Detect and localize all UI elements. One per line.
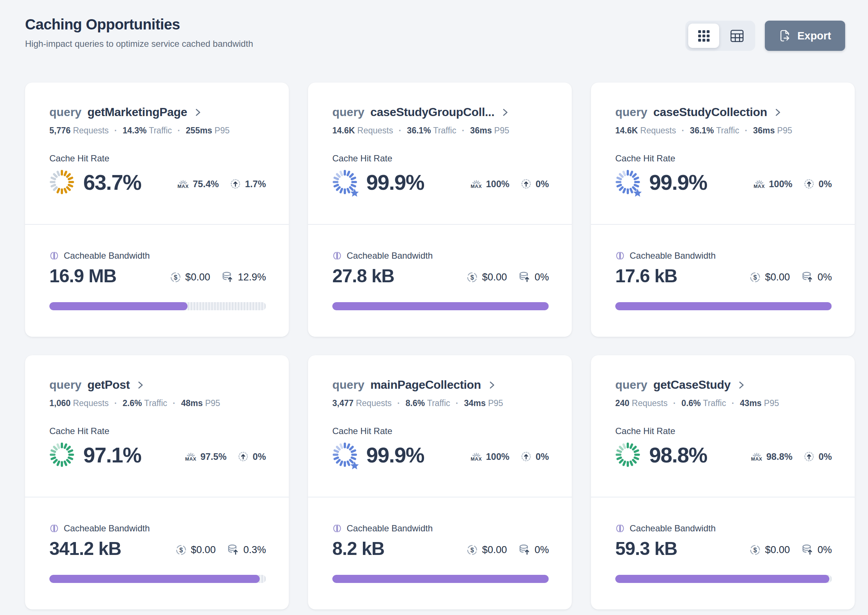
max-hit-rate-metric: MAX 98.8% bbox=[751, 451, 792, 462]
card-bandwidth-section: Cacheable Bandwidth 8.2 kB $ $0.00 bbox=[308, 498, 572, 609]
query-keyword: query bbox=[332, 105, 365, 119]
requests-label: Requests bbox=[73, 398, 109, 408]
table-view-button[interactable] bbox=[722, 23, 752, 48]
grid-view-button[interactable] bbox=[688, 23, 719, 48]
cache-hit-rate-label: Cache Hit Rate bbox=[49, 153, 266, 164]
traffic-value: 2.6% bbox=[123, 398, 142, 408]
chevron-right-icon[interactable] bbox=[193, 107, 203, 118]
header-controls: Export bbox=[685, 20, 845, 51]
p95-value: 255ms bbox=[186, 126, 212, 135]
database-up-icon bbox=[802, 271, 813, 283]
query-title-link[interactable]: query caseStudyGroupColl... bbox=[332, 105, 549, 119]
export-button[interactable]: Export bbox=[765, 20, 845, 51]
requests-label: Requests bbox=[73, 126, 109, 135]
separator-dot: · bbox=[114, 126, 117, 136]
p95-value: 48ms bbox=[181, 398, 203, 408]
cacheable-bandwidth-icon bbox=[332, 524, 342, 533]
bandwidth-value: 27.8 kB bbox=[332, 265, 394, 287]
cost-metric: $ $0.00 bbox=[466, 544, 507, 556]
cache-hit-rate-value: 99.9% bbox=[366, 170, 424, 195]
query-title-link[interactable]: query getCaseStudy bbox=[615, 378, 832, 392]
header-titles: Caching Opportunities High-impact querie… bbox=[25, 16, 253, 49]
traffic-value: 14.3% bbox=[123, 126, 146, 135]
svg-text:$: $ bbox=[174, 273, 178, 281]
separator-dot: · bbox=[397, 398, 400, 408]
p95-stat: 34ms P95 bbox=[464, 398, 503, 408]
separator-dot: · bbox=[456, 398, 459, 408]
query-card: query getPost 1,060 Requests · 2.6% Traf… bbox=[25, 355, 289, 609]
svg-text:$: $ bbox=[753, 273, 757, 281]
dollar-icon: $ bbox=[170, 272, 181, 283]
bandwidth-progress-fill bbox=[49, 575, 260, 583]
query-title-link[interactable]: query getMarketingPage bbox=[49, 105, 266, 119]
requests-label: Requests bbox=[632, 398, 668, 408]
query-title-link[interactable]: query caseStudyCollection bbox=[615, 105, 832, 119]
query-name: getCaseStudy bbox=[653, 378, 731, 392]
bandwidth-side-metrics: $ $0.00 0% bbox=[466, 271, 549, 283]
growth-value: 0.3% bbox=[243, 544, 266, 556]
star-icon bbox=[350, 188, 359, 198]
query-keyword: query bbox=[332, 378, 365, 392]
bandwidth-progress-bar bbox=[49, 302, 266, 310]
bandwidth-value-row: 27.8 kB $ $0.00 bbox=[332, 265, 549, 287]
traffic-label: Traffic bbox=[433, 126, 457, 135]
growth-metric: 0% bbox=[519, 544, 549, 556]
query-card: query getMarketingPage 5,776 Requests · … bbox=[25, 83, 289, 337]
cost-value: $0.00 bbox=[482, 544, 507, 556]
requests-value: 14.6K bbox=[332, 126, 355, 135]
p95-label: P95 bbox=[205, 398, 220, 408]
trend-up-spinner-icon bbox=[520, 178, 531, 189]
growth-metric: 0% bbox=[802, 271, 832, 283]
growth-metric: 12.9% bbox=[222, 271, 266, 283]
max-hit-rate-value: 98.8% bbox=[766, 451, 792, 462]
growth-value: 0% bbox=[818, 272, 832, 283]
traffic-label: Traffic bbox=[427, 398, 450, 408]
cache-hit-gauge bbox=[615, 170, 640, 195]
max-icon: MAX bbox=[754, 180, 765, 189]
bandwidth-progress-bar bbox=[332, 575, 549, 583]
max-hit-rate-metric: MAX 100% bbox=[471, 451, 510, 462]
chevron-right-icon[interactable] bbox=[737, 379, 746, 390]
query-title-link[interactable]: query getPost bbox=[49, 378, 266, 392]
p95-label: P95 bbox=[488, 398, 503, 408]
cache-hit-rate-row: 99.9% MAX bbox=[615, 170, 832, 195]
cache-hit-rate-row: 97.1% MAX bbox=[49, 442, 266, 467]
requests-stat: 5,776 Requests bbox=[49, 126, 109, 136]
query-card: query mainPageCollection 3,477 Requests … bbox=[308, 355, 572, 609]
query-title-link[interactable]: query mainPageCollection bbox=[332, 378, 549, 392]
bandwidth-progress-fill bbox=[615, 575, 829, 583]
database-up-icon bbox=[519, 271, 530, 283]
chevron-right-icon[interactable] bbox=[500, 107, 510, 118]
hit-rate-trend-metric: 0% bbox=[238, 451, 266, 462]
bandwidth-side-metrics: $ $0.00 0.3% bbox=[175, 544, 266, 556]
cost-metric: $ $0.00 bbox=[466, 272, 507, 283]
separator-dot: · bbox=[399, 126, 402, 136]
growth-value: 0% bbox=[535, 272, 549, 283]
hit-rate-side-metrics: MAX 100% 0% bbox=[471, 178, 549, 189]
cache-hit-rate-row: 98.8% MAX bbox=[615, 442, 832, 467]
card-bandwidth-section: Cacheable Bandwidth 16.9 MB $ $0.00 bbox=[25, 225, 289, 337]
query-card: query getCaseStudy 240 Requests · 0.6% T… bbox=[591, 355, 855, 609]
traffic-value: 8.6% bbox=[406, 398, 425, 408]
query-card: query caseStudyCollection 14.6K Requests… bbox=[591, 83, 855, 337]
traffic-value: 36.1% bbox=[407, 126, 431, 135]
bandwidth-progress-bar bbox=[332, 302, 549, 310]
requests-stat: 3,477 Requests bbox=[332, 398, 392, 408]
max-hit-rate-value: 75.4% bbox=[193, 179, 219, 189]
separator-dot: · bbox=[682, 126, 684, 136]
query-name: getMarketingPage bbox=[87, 105, 187, 119]
requests-label: Requests bbox=[356, 398, 392, 408]
cacheable-bandwidth-label: Cacheable Bandwidth bbox=[630, 251, 716, 261]
bandwidth-value-row: 17.6 kB $ $0.00 bbox=[615, 265, 832, 287]
svg-text:$: $ bbox=[179, 546, 183, 554]
requests-stat: 240 Requests bbox=[615, 398, 668, 408]
chevron-right-icon[interactable] bbox=[773, 107, 782, 118]
hit-rate-trend-value: 0% bbox=[819, 451, 832, 462]
traffic-label: Traffic bbox=[716, 126, 739, 135]
bandwidth-label-row: Cacheable Bandwidth bbox=[615, 523, 832, 534]
separator-dot: · bbox=[461, 126, 464, 136]
chevron-right-icon[interactable] bbox=[487, 379, 497, 390]
dollar-icon: $ bbox=[466, 544, 478, 556]
chevron-right-icon[interactable] bbox=[136, 379, 145, 390]
max-icon: MAX bbox=[751, 452, 762, 461]
